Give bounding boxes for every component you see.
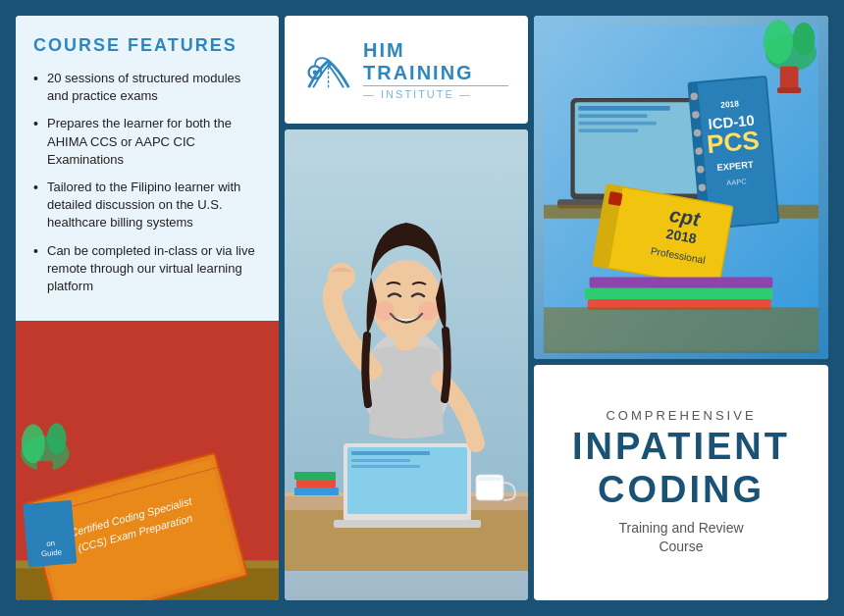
course-features-title: COURSE FEATURES [33,35,261,56]
svg-rect-26 [351,465,420,468]
person-panel [285,129,528,600]
training-subtitle: Training and ReviewCourse [618,519,743,557]
him-logo-icon [304,45,353,94]
books-background: 2018 ICD-10 PCS EXPERT AAPC cpt [534,16,828,359]
books-panel: 2018 ICD-10 PCS EXPERT AAPC cpt [534,16,828,359]
logo-text: HIM TRAINING — INSTITUTE — [363,39,508,100]
svg-point-16 [313,70,318,75]
svg-rect-49 [578,121,656,125]
feature-item-3: Tailored to the Filipino learner with de… [33,179,261,232]
svg-point-41 [764,20,793,64]
svg-rect-76 [590,277,773,287]
svg-point-34 [328,263,355,290]
logo-institute-text: — INSTITUTE — [363,85,508,100]
books-svg: 2018 ICD-10 PCS EXPERT AAPC cpt [544,16,818,359]
svg-point-36 [371,260,442,342]
left-panel-top: COURSE FEATURES 20 sessions of structure… [16,16,279,321]
svg-point-37 [375,301,395,321]
svg-rect-30 [294,488,339,495]
right-panel: 2018 ICD-10 PCS EXPERT AAPC cpt [534,16,828,600]
person-svg [285,159,528,571]
features-list: 20 sessions of structured modules and pr… [33,70,261,295]
svg-rect-24 [351,451,430,455]
svg-text:2018: 2018 [720,98,740,110]
svg-rect-79 [544,307,818,353]
svg-rect-31 [296,480,336,488]
comprehensive-label: COMPREHENSIVE [606,408,756,423]
svg-text:AAPC: AAPC [726,177,748,187]
svg-rect-44 [777,87,801,93]
svg-rect-77 [585,287,772,298]
svg-rect-25 [351,459,410,462]
main-container: COURSE FEATURES 20 sessions of structure… [10,10,834,606]
svg-rect-50 [578,128,638,132]
svg-rect-29 [478,477,501,481]
middle-panel: HIM TRAINING — INSTITUTE — [285,16,528,600]
feature-item-1: 20 sessions of structured modules and pr… [33,70,261,105]
logo-panel: HIM TRAINING — INSTITUTE — [285,16,528,124]
svg-rect-75 [607,191,622,206]
svg-point-38 [418,301,438,321]
svg-rect-5 [37,461,53,481]
feature-item-4: Can be completed in-class or via live re… [33,242,261,296]
feature-item-2: Prepares the learner for both the AHIMA … [33,115,261,169]
svg-rect-23 [347,447,467,514]
svg-text:on: on [46,539,56,548]
logo-him-text: HIM TRAINING [363,39,508,84]
svg-point-42 [793,23,815,56]
svg-rect-27 [334,520,481,528]
person-illustration [285,129,528,600]
coding-title: CODING [598,470,765,511]
svg-rect-48 [578,114,647,118]
comprehensive-panel: COMPREHENSIVE INPATIENT CODING Training … [534,365,828,600]
inpatient-title: INPATIENT [572,427,790,468]
book-illustration: Certified Coding Specialist (CCS) Exam P… [16,375,279,600]
book-panel: Certified Coding Specialist (CCS) Exam P… [16,321,279,600]
svg-point-17 [328,64,332,68]
svg-rect-47 [578,105,669,110]
left-panel: COURSE FEATURES 20 sessions of structure… [16,16,279,600]
svg-rect-32 [294,472,336,480]
svg-point-4 [47,423,67,454]
svg-point-3 [22,424,45,463]
svg-text:PCS: PCS [706,125,761,159]
svg-text:Guide: Guide [41,547,63,558]
svg-rect-43 [780,66,799,88]
logo-container: HIM TRAINING — INSTITUTE — [304,39,508,100]
